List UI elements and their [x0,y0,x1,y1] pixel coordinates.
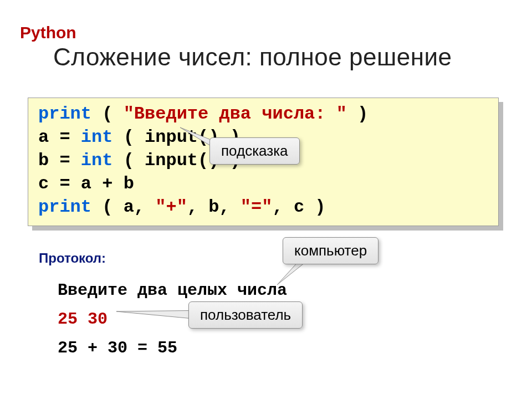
code-keyword: int [81,127,113,147]
code-text: , c ) [272,197,325,217]
protocol-line: Введите два целых числа [58,281,287,300]
protocol-user-input: 25 30 [58,310,108,329]
language-label: Python [20,23,76,42]
code-keyword: print [38,104,91,124]
code-text: , b, [187,197,241,217]
code-text: ( [91,104,124,124]
code-text: c = a + b [38,173,134,194]
code-keyword: int [81,150,113,171]
code-keyword: print [38,197,91,217]
code-text: a = [38,127,81,147]
code-string: "Введите два числа: " [124,104,347,124]
code-text: b = [38,150,81,171]
callout-user: пользователь [188,301,303,329]
code-text: ) [347,104,368,124]
protocol-label: Протокол: [39,250,106,266]
code-string: "=" [241,197,273,217]
callout-hint: подсказка [209,137,300,165]
code-string: "+" [155,197,187,217]
slide-title: Сложение чисел: полное решение [53,43,452,71]
svg-marker-0 [180,127,213,145]
protocol-line: 25 + 30 = 55 [58,339,177,357]
callout-computer: компьютер [283,237,378,264]
code-text: ( a, [91,197,155,217]
